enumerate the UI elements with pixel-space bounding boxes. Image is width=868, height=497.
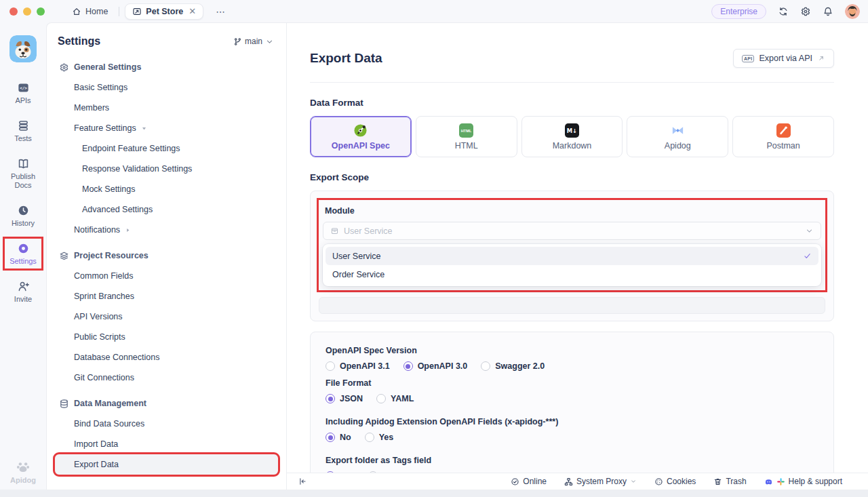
settings-tree-item-notifications[interactable]: Notifications: [55, 220, 278, 240]
topbar-divider: [119, 7, 119, 16]
tree-item-label: Members: [74, 103, 109, 113]
project-tab-pet-store[interactable]: Pet Store ✕: [125, 3, 203, 20]
main-panel: Export Data API Export via API Data Form…: [287, 23, 868, 490]
chevron-down-icon: [265, 37, 274, 46]
tree-item-label: Response Validation Settings: [82, 164, 192, 174]
statusbar-cookies[interactable]: Cookies: [654, 477, 696, 486]
bell-icon[interactable]: [823, 6, 833, 17]
settings-tree-item-general-settings[interactable]: General Settings: [55, 57, 278, 77]
settings-tree-item-export-data[interactable]: Export Data: [55, 454, 278, 475]
settings-panel-title: Settings: [58, 35, 100, 47]
settings-tree-item-database-connections[interactable]: Database Connections: [55, 347, 278, 367]
settings-tree-item-data-management[interactable]: Data Management: [55, 393, 278, 414]
radio-swagger-2-0[interactable]: Swagger 2.0: [481, 361, 545, 371]
radio-openapi-3-0[interactable]: OpenAPI 3.0: [403, 361, 468, 371]
format-card-html[interactable]: HTMLHTML: [416, 116, 517, 157]
proxy-icon: [564, 477, 573, 486]
settings-tree-item-sprint-branches[interactable]: Sprint Branches: [55, 286, 278, 306]
statusbar-online[interactable]: Online: [511, 477, 547, 486]
settings-tree-item-project-resources[interactable]: Project Resources: [55, 245, 278, 266]
publish-docs-icon: [17, 157, 30, 170]
tree-item-label: Basic Settings: [74, 83, 127, 92]
settings-tree-item-git-connections[interactable]: Git Connections: [55, 367, 278, 388]
settings-tree-item-mock-settings[interactable]: Mock Settings: [55, 179, 278, 199]
apidog-brand-label: Apidog: [10, 476, 36, 484]
radio-dot-icon: [481, 361, 490, 371]
settings-tree-item-import-data[interactable]: Import Data: [55, 434, 278, 454]
settings-tree-item-advanced-settings[interactable]: Advanced Settings: [55, 199, 278, 220]
refresh-icon[interactable]: [778, 6, 789, 17]
api-chip-icon: API: [742, 55, 755, 62]
chevron-down-icon: [630, 478, 637, 485]
app-window: Home Pet Store ✕ ⋯ Enterprise </>APIs Te…: [0, 0, 868, 497]
tree-item-label: Public Scripts: [74, 332, 125, 342]
format-card-label: Markdown: [553, 141, 592, 151]
traffic-minimize-button[interactable]: [23, 7, 31, 16]
statusbar-help-support[interactable]: Help & support: [764, 477, 842, 486]
user-avatar[interactable]: [845, 4, 860, 19]
radio-dot-icon: [326, 361, 335, 371]
dropdown-option-order-service[interactable]: Order Service: [326, 265, 818, 283]
tree-item-label: Bind Data Sources: [74, 419, 144, 429]
module-label: Module: [325, 206, 821, 216]
export-scope-card: Module User Service User Service Order S…: [310, 191, 834, 321]
project-tab-label: Pet Store: [146, 7, 183, 16]
apidog-blue-logo: [671, 123, 685, 138]
scope-secondary-input[interactable]: [319, 297, 825, 314]
settings-tree-item-members[interactable]: Members: [55, 98, 278, 118]
settings-tree-item-common-fields[interactable]: Common Fields: [55, 266, 278, 286]
radio-json[interactable]: JSON: [326, 394, 363, 403]
project-avatar[interactable]: [9, 35, 37, 62]
settings-tree-item-bind-data-sources[interactable]: Bind Data Sources: [55, 414, 278, 434]
rail-item-label: Invite: [14, 295, 32, 304]
more-tabs-button[interactable]: ⋯: [212, 5, 230, 18]
format-card-postman[interactable]: Postman: [732, 116, 834, 157]
close-tab-icon[interactable]: ✕: [187, 7, 197, 16]
settings-icon: [17, 242, 30, 255]
tree-item-label: General Settings: [74, 62, 141, 72]
statusbar-trash[interactable]: Trash: [713, 477, 746, 486]
option-group-openapi-spec-version: OpenAPI Spec Version OpenAPI 3.1 OpenAPI…: [326, 346, 818, 371]
settings-tree-item-response-validation-settings[interactable]: Response Validation Settings: [55, 159, 278, 179]
gear-icon[interactable]: [800, 6, 811, 17]
statusbar-label: Online: [523, 477, 547, 486]
rail-item-label: Publish Docs: [4, 172, 42, 190]
radio-yaml[interactable]: YAML: [376, 394, 414, 403]
traffic-zoom-button[interactable]: [37, 7, 45, 16]
format-card-openapi-spec[interactable]: OpenAPI Spec: [310, 116, 412, 157]
module-select[interactable]: User Service: [323, 222, 821, 240]
settings-tree-item-basic-settings[interactable]: Basic Settings: [55, 77, 278, 98]
window-bottom-strip: [0, 490, 868, 497]
collapse-sidebar-icon[interactable]: [298, 477, 307, 486]
rail-item-publish-docs[interactable]: Publish Docs: [4, 153, 42, 193]
statusbar-system-proxy[interactable]: System Proxy: [564, 477, 637, 486]
rail-item-settings[interactable]: Settings: [4, 238, 42, 269]
radio-yes[interactable]: Yes: [365, 433, 394, 442]
rail-item-apis[interactable]: </>APIs: [4, 77, 42, 108]
tree-item-label: Sprint Branches: [74, 292, 134, 301]
home-tab[interactable]: Home: [66, 4, 113, 19]
format-card-markdown[interactable]: M↓Markdown: [521, 116, 623, 157]
export-via-api-button[interactable]: API Export via API: [733, 49, 834, 68]
format-card-apidog[interactable]: Apidog: [627, 116, 728, 157]
settings-tree-item-endpoint-feature-settings[interactable]: Endpoint Feature Settings: [55, 138, 278, 159]
rail-item-history[interactable]: History: [4, 200, 42, 231]
radio-label: Swagger 2.0: [495, 361, 545, 371]
statusbar-label: System Proxy: [576, 477, 627, 486]
rail-item-invite[interactable]: Invite: [4, 276, 42, 307]
branch-selector[interactable]: main: [233, 37, 274, 46]
settings-tree-item-public-scripts[interactable]: Public Scripts: [55, 327, 278, 347]
enterprise-badge[interactable]: Enterprise: [711, 4, 766, 19]
dropdown-option-label: User Service: [332, 252, 381, 261]
dropdown-option-user-service[interactable]: User Service: [326, 247, 818, 265]
settings-tree-item-feature-settings[interactable]: Feature Settings: [55, 118, 278, 138]
traffic-close-button[interactable]: [9, 7, 18, 16]
layers-icon: [59, 251, 69, 261]
settings-tree-item-api-versions[interactable]: API Versions: [55, 306, 278, 327]
option-group-export-folder-as-tags-field: Export folder as Tags field Yes No: [326, 456, 818, 473]
radio-openapi-3-1[interactable]: OpenAPI 3.1: [326, 361, 390, 371]
radio-dot-icon: [403, 361, 413, 371]
option-group-label: OpenAPI Spec Version: [326, 346, 818, 355]
rail-item-tests[interactable]: Tests: [4, 115, 42, 146]
radio-no[interactable]: No: [326, 433, 351, 442]
